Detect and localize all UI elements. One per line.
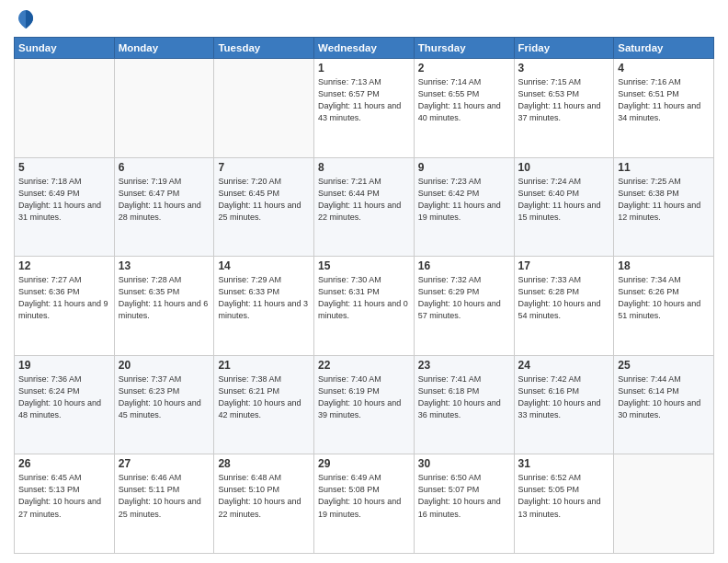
day-number: 26 xyxy=(18,457,110,470)
day-number: 9 xyxy=(418,161,510,174)
day-number: 27 xyxy=(119,457,210,470)
day-info: Sunrise: 7:29 AM Sunset: 6:33 PM Dayligh… xyxy=(218,274,310,322)
calendar-cell: 4Sunrise: 7:16 AM Sunset: 6:51 PM Daylig… xyxy=(614,59,714,158)
day-info: Sunrise: 7:24 AM Sunset: 6:40 PM Dayligh… xyxy=(518,176,610,224)
header xyxy=(14,9,714,29)
column-header-tuesday: Tuesday xyxy=(214,38,314,59)
day-info: Sunrise: 7:27 AM Sunset: 6:36 PM Dayligh… xyxy=(18,274,110,322)
column-header-sunday: Sunday xyxy=(15,38,115,59)
day-number: 15 xyxy=(318,259,410,272)
day-info: Sunrise: 6:46 AM Sunset: 5:11 PM Dayligh… xyxy=(119,472,210,520)
calendar-cell: 21Sunrise: 7:38 AM Sunset: 6:21 PM Dayli… xyxy=(214,355,314,454)
day-info: Sunrise: 6:49 AM Sunset: 5:08 PM Dayligh… xyxy=(318,472,410,520)
calendar-cell: 30Sunrise: 6:50 AM Sunset: 5:07 PM Dayli… xyxy=(414,454,514,554)
calendar-cell: 29Sunrise: 6:49 AM Sunset: 5:08 PM Dayli… xyxy=(314,454,415,554)
day-info: Sunrise: 7:14 AM Sunset: 6:55 PM Dayligh… xyxy=(418,76,510,124)
day-number: 25 xyxy=(618,359,710,372)
day-number: 13 xyxy=(119,259,210,272)
calendar-cell: 16Sunrise: 7:32 AM Sunset: 6:29 PM Dayli… xyxy=(414,257,514,356)
day-number: 8 xyxy=(318,161,410,174)
day-info: Sunrise: 7:28 AM Sunset: 6:35 PM Dayligh… xyxy=(119,274,210,322)
day-info: Sunrise: 7:38 AM Sunset: 6:21 PM Dayligh… xyxy=(218,373,310,421)
day-number: 23 xyxy=(418,359,510,372)
calendar-week-row: 19Sunrise: 7:36 AM Sunset: 6:24 PM Dayli… xyxy=(15,355,714,454)
calendar-cell: 13Sunrise: 7:28 AM Sunset: 6:35 PM Dayli… xyxy=(114,257,214,356)
day-number: 19 xyxy=(18,359,110,372)
calendar-cell: 7Sunrise: 7:20 AM Sunset: 6:45 PM Daylig… xyxy=(214,157,314,257)
calendar-week-row: 26Sunrise: 6:45 AM Sunset: 5:13 PM Dayli… xyxy=(15,454,714,554)
day-number: 1 xyxy=(318,62,410,75)
day-number: 2 xyxy=(418,62,510,75)
day-number: 14 xyxy=(218,259,310,272)
column-header-friday: Friday xyxy=(514,38,614,59)
column-header-monday: Monday xyxy=(114,38,214,59)
calendar-cell: 22Sunrise: 7:40 AM Sunset: 6:19 PM Dayli… xyxy=(314,355,415,454)
calendar-cell: 10Sunrise: 7:24 AM Sunset: 6:40 PM Dayli… xyxy=(514,157,614,257)
day-info: Sunrise: 7:25 AM Sunset: 6:38 PM Dayligh… xyxy=(618,176,710,224)
day-info: Sunrise: 7:34 AM Sunset: 6:26 PM Dayligh… xyxy=(618,274,710,322)
day-number: 17 xyxy=(518,259,610,272)
day-info: Sunrise: 6:48 AM Sunset: 5:10 PM Dayligh… xyxy=(218,472,310,520)
day-info: Sunrise: 7:41 AM Sunset: 6:18 PM Dayligh… xyxy=(418,373,510,421)
calendar-cell: 19Sunrise: 7:36 AM Sunset: 6:24 PM Dayli… xyxy=(15,355,115,454)
calendar-cell: 6Sunrise: 7:19 AM Sunset: 6:47 PM Daylig… xyxy=(114,157,214,257)
calendar-cell: 9Sunrise: 7:23 AM Sunset: 6:42 PM Daylig… xyxy=(414,157,514,257)
calendar-cell: 11Sunrise: 7:25 AM Sunset: 6:38 PM Dayli… xyxy=(614,157,714,257)
day-number: 16 xyxy=(418,259,510,272)
calendar-body: 1Sunrise: 7:13 AM Sunset: 6:57 PM Daylig… xyxy=(15,59,714,554)
day-info: Sunrise: 7:36 AM Sunset: 6:24 PM Dayligh… xyxy=(18,373,110,421)
calendar-header-row: SundayMondayTuesdayWednesdayThursdayFrid… xyxy=(15,38,714,59)
day-info: Sunrise: 7:44 AM Sunset: 6:14 PM Dayligh… xyxy=(618,373,710,421)
day-info: Sunrise: 7:42 AM Sunset: 6:16 PM Dayligh… xyxy=(518,373,610,421)
day-info: Sunrise: 6:52 AM Sunset: 5:05 PM Dayligh… xyxy=(518,472,610,520)
calendar-cell: 25Sunrise: 7:44 AM Sunset: 6:14 PM Dayli… xyxy=(614,355,714,454)
calendar-cell: 20Sunrise: 7:37 AM Sunset: 6:23 PM Dayli… xyxy=(114,355,214,454)
day-info: Sunrise: 7:37 AM Sunset: 6:23 PM Dayligh… xyxy=(119,373,210,421)
calendar-cell xyxy=(614,454,714,554)
logo-icon xyxy=(17,9,34,29)
column-header-wednesday: Wednesday xyxy=(314,38,415,59)
calendar-cell: 12Sunrise: 7:27 AM Sunset: 6:36 PM Dayli… xyxy=(15,257,115,356)
calendar-cell xyxy=(114,59,214,158)
calendar-cell: 8Sunrise: 7:21 AM Sunset: 6:44 PM Daylig… xyxy=(314,157,415,257)
calendar-cell: 1Sunrise: 7:13 AM Sunset: 6:57 PM Daylig… xyxy=(314,59,415,158)
day-info: Sunrise: 7:30 AM Sunset: 6:31 PM Dayligh… xyxy=(318,274,410,322)
day-info: Sunrise: 7:23 AM Sunset: 6:42 PM Dayligh… xyxy=(418,176,510,224)
calendar-cell: 14Sunrise: 7:29 AM Sunset: 6:33 PM Dayli… xyxy=(214,257,314,356)
day-number: 22 xyxy=(318,359,410,372)
calendar-cell: 17Sunrise: 7:33 AM Sunset: 6:28 PM Dayli… xyxy=(514,257,614,356)
calendar-cell xyxy=(15,59,115,158)
page: SundayMondayTuesdayWednesdayThursdayFrid… xyxy=(0,0,728,563)
calendar-cell xyxy=(214,59,314,158)
day-info: Sunrise: 7:33 AM Sunset: 6:28 PM Dayligh… xyxy=(518,274,610,322)
day-info: Sunrise: 7:19 AM Sunset: 6:47 PM Dayligh… xyxy=(119,176,210,224)
calendar-cell: 28Sunrise: 6:48 AM Sunset: 5:10 PM Dayli… xyxy=(214,454,314,554)
calendar-cell: 18Sunrise: 7:34 AM Sunset: 6:26 PM Dayli… xyxy=(614,257,714,356)
calendar-cell: 24Sunrise: 7:42 AM Sunset: 6:16 PM Dayli… xyxy=(514,355,614,454)
day-info: Sunrise: 7:15 AM Sunset: 6:53 PM Dayligh… xyxy=(518,76,610,124)
day-number: 31 xyxy=(518,457,610,470)
calendar-cell: 5Sunrise: 7:18 AM Sunset: 6:49 PM Daylig… xyxy=(15,157,115,257)
calendar-table: SundayMondayTuesdayWednesdayThursdayFrid… xyxy=(14,37,714,554)
calendar-cell: 31Sunrise: 6:52 AM Sunset: 5:05 PM Dayli… xyxy=(514,454,614,554)
day-info: Sunrise: 6:50 AM Sunset: 5:07 PM Dayligh… xyxy=(418,472,510,520)
logo xyxy=(14,9,34,29)
day-info: Sunrise: 7:21 AM Sunset: 6:44 PM Dayligh… xyxy=(318,176,410,224)
day-info: Sunrise: 7:16 AM Sunset: 6:51 PM Dayligh… xyxy=(618,76,710,124)
day-number: 28 xyxy=(218,457,310,470)
day-info: Sunrise: 7:13 AM Sunset: 6:57 PM Dayligh… xyxy=(318,76,410,124)
day-number: 10 xyxy=(518,161,610,174)
calendar-cell: 23Sunrise: 7:41 AM Sunset: 6:18 PM Dayli… xyxy=(414,355,514,454)
calendar-cell: 2Sunrise: 7:14 AM Sunset: 6:55 PM Daylig… xyxy=(414,59,514,158)
day-number: 6 xyxy=(119,161,210,174)
day-number: 4 xyxy=(618,62,710,75)
day-number: 29 xyxy=(318,457,410,470)
calendar-cell: 27Sunrise: 6:46 AM Sunset: 5:11 PM Dayli… xyxy=(114,454,214,554)
day-info: Sunrise: 6:45 AM Sunset: 5:13 PM Dayligh… xyxy=(18,472,110,520)
day-number: 18 xyxy=(618,259,710,272)
day-number: 30 xyxy=(418,457,510,470)
day-number: 7 xyxy=(218,161,310,174)
day-number: 11 xyxy=(618,161,710,174)
day-number: 21 xyxy=(218,359,310,372)
day-info: Sunrise: 7:18 AM Sunset: 6:49 PM Dayligh… xyxy=(18,176,110,224)
